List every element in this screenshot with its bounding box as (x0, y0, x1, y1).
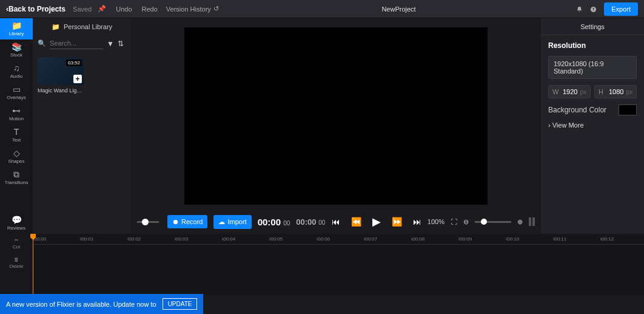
library-header[interactable]: 📁 Personal Library (33, 18, 131, 35)
timeline-tick: I00:11 (553, 236, 566, 242)
nav-item-shapes[interactable]: ◇Shapes (0, 146, 33, 167)
timeline-tools: ✂Cut 🗑Delete (0, 234, 33, 295)
scissors-icon: ✂ (15, 237, 19, 243)
zoom-percentage[interactable]: 100% (428, 218, 444, 225)
filter-icon[interactable]: ▼ (107, 39, 114, 48)
library-zoom-slider[interactable] (137, 221, 161, 223)
w-unit: px (580, 89, 586, 95)
nav-label: Motion (9, 116, 24, 121)
search-input[interactable] (50, 38, 103, 49)
nav-item-transitions[interactable]: ⧉Transitions (0, 167, 33, 188)
total-time: 00:00 00 (296, 217, 325, 227)
import-button[interactable]: ☁Import (213, 215, 251, 229)
saved-status: Saved (73, 5, 92, 13)
sort-icon[interactable]: ⇅ (118, 39, 124, 48)
update-banner: A new version of Flixier is available. U… (0, 294, 203, 314)
timeline-tick: I00:05 (269, 236, 283, 242)
library-panel: 📁 Personal Library 🔍 ▼ ⇅ 03:52 + Magic W… (33, 18, 131, 234)
settings-header: Settings (541, 18, 644, 35)
clip-title: Magic Wand Light... (38, 87, 84, 94)
audio-meter-icon (529, 217, 535, 226)
search-icon: 🔍 (38, 39, 46, 47)
playhead[interactable] (33, 234, 33, 295)
preview-canvas[interactable] (184, 27, 488, 205)
tool-label: Cut (13, 244, 20, 250)
project-title[interactable]: NewProject (221, 5, 576, 13)
timeline-zoom-slider[interactable] (475, 221, 511, 223)
nav-item-overlays[interactable]: ▭Overlays (0, 82, 33, 103)
timeline: ✂Cut 🗑Delete I00:00 I00:01 I00:02 I00:03… (0, 234, 644, 295)
bg-color-swatch[interactable] (619, 104, 637, 115)
trash-icon: 🗑 (14, 257, 19, 262)
transitions-icon: ⧉ (13, 170, 19, 179)
tool-label: Delete (9, 264, 23, 269)
zoom-out-icon[interactable]: ⊖ (463, 218, 469, 226)
nav-item-text[interactable]: TText (0, 125, 33, 146)
pin-icon[interactable]: 📌 (98, 5, 106, 13)
update-text: A new version of Flixier is available. U… (6, 301, 156, 308)
bg-color-label: Background Color (548, 106, 606, 114)
timeline-tick: I00:01 (80, 236, 93, 242)
w-value: 1920 (561, 88, 577, 95)
cloud-icon: ☁ (218, 218, 225, 226)
timeline-tracks[interactable]: I00:00 I00:01 I00:02 I00:03 I00:04 I00:0… (33, 234, 644, 295)
nav-item-library[interactable]: 📁Library (0, 18, 33, 39)
bell-icon[interactable] (576, 5, 583, 13)
timeline-tick: I00:12 (600, 236, 614, 242)
export-button[interactable]: Export (604, 2, 638, 16)
shapes-icon: ◇ (13, 149, 20, 157)
next-clip-button[interactable]: ⏭ (413, 217, 421, 227)
delete-tool[interactable]: 🗑Delete (0, 253, 33, 273)
version-history-label: Version History (166, 5, 211, 13)
record-label: Record (181, 218, 203, 225)
nav-label: Library (9, 31, 24, 36)
play-button[interactable]: ▶ (372, 215, 381, 228)
help-icon[interactable] (590, 5, 597, 13)
nav-label: Text (12, 137, 21, 143)
prev-clip-button[interactable]: ⏮ (332, 217, 340, 227)
nav-item-audio[interactable]: ♫Audio (0, 61, 33, 82)
nav-item-motion[interactable]: ⊷Motion (0, 103, 33, 125)
zoom-in-icon[interactable]: ⊕ (517, 218, 523, 226)
media-clip[interactable]: 03:52 + Magic Wand Light... (38, 58, 84, 94)
resolution-select[interactable]: 1920x1080 (16:9 Standard) (548, 56, 637, 79)
back-label: Back to Projects (8, 5, 65, 13)
h-label: H (599, 88, 603, 95)
update-button[interactable]: UPDATE (163, 298, 198, 310)
music-icon: ♫ (13, 64, 20, 72)
player-bar: ⏺Record ☁Import 00:00 00 00:00 00 ⏮ ⏪ ▶ … (131, 210, 541, 234)
nav-item-stock[interactable]: 📚Stock (0, 39, 33, 61)
preview-column: ⏺Record ☁Import 00:00 00 00:00 00 ⏮ ⏪ ▶ … (131, 18, 541, 234)
version-history-button[interactable]: Version History ↺ (164, 5, 221, 13)
clip-thumbnail: 03:52 + (38, 58, 84, 85)
nav-label: Transitions (5, 180, 29, 185)
timeline-tick: I00:02 (127, 236, 141, 242)
forward-button[interactable]: ⏩ (392, 217, 402, 227)
record-button[interactable]: ⏺Record (167, 215, 207, 228)
fullscreen-icon[interactable]: ⛶ (451, 218, 457, 225)
timeline-ruler[interactable]: I00:00 I00:01 I00:02 I00:03 I00:04 I00:0… (33, 234, 644, 245)
view-more-toggle[interactable]: › View More (548, 121, 637, 129)
nav-label: Shapes (8, 159, 24, 164)
nav-label: Reviews (7, 225, 25, 231)
timeline-tick: I00:06 (317, 236, 330, 242)
nav-item-reviews[interactable]: 💬Reviews (0, 213, 33, 234)
width-input[interactable]: W1920px (548, 85, 591, 98)
folder-icon: 📁 (12, 21, 22, 30)
resolution-label: Resolution (548, 41, 637, 50)
undo-button[interactable]: Undo (112, 5, 135, 13)
redo-button[interactable]: Redo (138, 5, 161, 13)
timeline-tick: I00:09 (458, 236, 472, 242)
nav-label: Audio (10, 73, 22, 79)
add-clip-button[interactable]: + (73, 75, 82, 83)
clip-duration: 03:52 (66, 60, 82, 66)
cut-tool[interactable]: ✂Cut (0, 234, 33, 253)
history-icon: ↺ (213, 5, 219, 13)
timeline-tick: I00:08 (411, 236, 424, 242)
chat-icon: 💬 (12, 216, 22, 224)
nav-rail: 📁Library 📚Stock ♫Audio ▭Overlays ⊷Motion… (0, 18, 33, 234)
back-to-projects-button[interactable]: ‹ Back to Projects (6, 5, 65, 13)
height-input[interactable]: H1080px (594, 85, 637, 98)
rewind-button[interactable]: ⏪ (351, 217, 361, 227)
layers-icon: ▭ (13, 85, 21, 94)
